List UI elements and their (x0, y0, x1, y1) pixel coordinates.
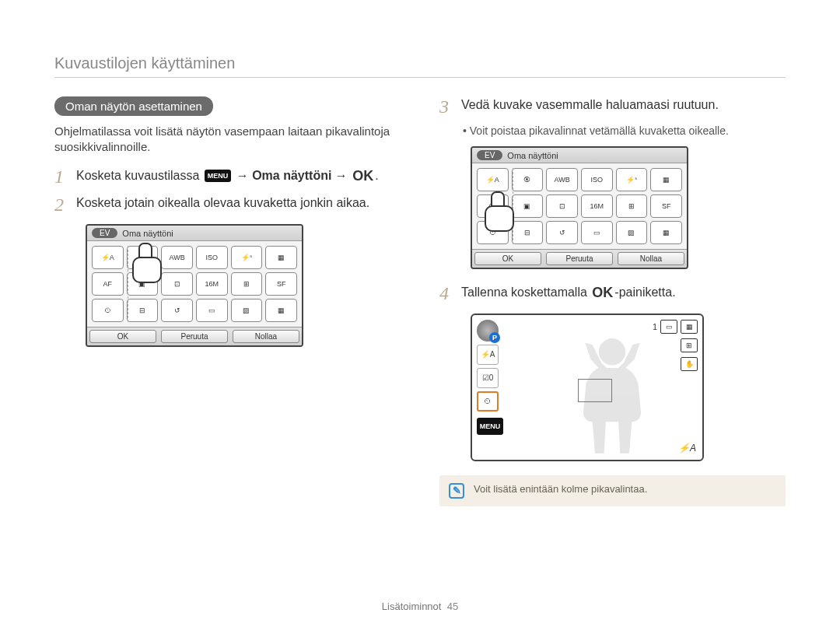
screenshot-drag: EV Oma näyttöni ⚡A ⦿ AWB ISO ⚡ˢ ▦ AF ▣ ⊡… (471, 146, 688, 269)
screenshot-long-press: EV Oma näyttöni ⚡A ⦿ AWB ISO ⚡ˢ ▦ AF ▣ ⊡… (86, 224, 303, 347)
mode-dial-icon[interactable]: P (477, 320, 499, 342)
grid-icon[interactable]: AWB (161, 246, 193, 269)
ois-icon: ✋ (681, 357, 698, 371)
grid-icon[interactable]: ▭ (581, 221, 613, 244)
grid-icon[interactable]: ⚡A (477, 168, 509, 191)
menu-button[interactable]: MENU (477, 418, 503, 435)
step-4-text: Tallenna koskettamalla OK-painiketta. (461, 283, 676, 303)
ev-badge: EV (477, 150, 502, 160)
grid-icon[interactable]: ▦ (265, 299, 297, 322)
grid-icon[interactable]: 16M (581, 194, 613, 218)
grid-icon[interactable]: ▣ (127, 272, 159, 296)
screen-title: Oma näyttöni (122, 226, 302, 240)
ok-button[interactable]: OK (474, 252, 541, 265)
shortcut-slot[interactable]: ⚡A (477, 345, 499, 365)
step-number: 4 (439, 283, 453, 303)
battery-icon: ▦ (681, 320, 698, 334)
note-box: ✎ Voit lisätä enintään kolme pikavalinta… (439, 475, 786, 506)
grid-icon[interactable]: ISO (581, 168, 613, 191)
step-2: 2 Kosketa jotain oikealla olevaa kuvaket… (54, 194, 401, 215)
step-3: 3 Vedä kuvake vasemmalle haluamaasi ruut… (439, 96, 786, 117)
grid-icon[interactable]: ⊞ (231, 272, 263, 296)
shortcut-slot-selected[interactable]: ⏲ (477, 391, 499, 412)
arrow-icon: → (236, 168, 249, 181)
grid-icon[interactable]: AF (92, 272, 124, 296)
grid-icon[interactable]: 16M (196, 272, 228, 296)
reset-button[interactable]: Nollaa (618, 252, 684, 265)
intro-text: Ohjelmatilassa voit lisätä näytön vasemp… (54, 124, 401, 156)
step-4-post: -painiketta. (614, 285, 675, 299)
screen-title: Oma näyttöni (507, 148, 687, 163)
grid-icon[interactable]: ▦ (265, 246, 297, 269)
grid-icon[interactable]: ⏲ (477, 221, 509, 244)
step-3-text: Vedä kuvake vasemmalle haluamaasi ruutuu… (461, 96, 719, 114)
section-heading: Oman näytön asettaminen (54, 96, 213, 116)
note-text: Voit lisätä enintään kolme pikavalintaa. (474, 483, 647, 495)
grid-icon[interactable]: ⊡ (546, 194, 578, 218)
page-number: 45 (447, 601, 458, 612)
grid-icon[interactable]: ▦ (650, 168, 682, 191)
grid-icon[interactable]: AF (477, 194, 509, 218)
step-4: 4 Tallenna koskettamalla OK-painiketta. (439, 283, 786, 303)
note-icon: ✎ (449, 483, 464, 499)
grid-icon[interactable]: ⊟ (127, 299, 159, 322)
mode-p-badge: P (489, 332, 500, 343)
step-number: 3 (439, 96, 453, 117)
focus-frame (578, 379, 612, 402)
grid-icon[interactable]: SF (265, 272, 297, 296)
page-footer: Lisätoiminnot 45 (0, 601, 840, 612)
grid-icon[interactable]: ⚡ˢ (616, 168, 648, 191)
step-number: 2 (54, 194, 68, 215)
breadcrumb: Kuvaustilojen käyttäminen (54, 54, 786, 78)
grid-icon[interactable]: ▭ (196, 299, 228, 322)
grid-icon[interactable]: ▦ (650, 221, 682, 244)
step-1-pre: Kosketa kuvaustilassa (76, 168, 203, 181)
ok-icon: OK (352, 166, 373, 186)
grid-icon[interactable]: ⦿ (512, 168, 544, 191)
reset-button[interactable]: Nollaa (233, 330, 299, 343)
grid-icon[interactable]: ⊟ (512, 221, 544, 244)
grid-icon[interactable]: AWB (546, 168, 578, 191)
flash-indicator: ⚡A (678, 443, 696, 454)
icon-grid: ⚡A ⦿ AWB ISO ⚡ˢ ▦ AF ▣ ⊡ 16M ⊞ SF ⏲ ⊟ ↺ … (87, 241, 302, 327)
ok-button[interactable]: OK (89, 330, 156, 343)
ok-icon: OK (592, 283, 613, 303)
step-3-sub: Voit poistaa pikavalinnat vetämällä kuva… (463, 124, 786, 137)
status-icon: ⊞ (681, 338, 698, 352)
arrow-icon: → (335, 168, 348, 181)
screenshot-live-view: P ⚡A ☑0 ⏲ MENU 1 ▭ ▦ ⊞ ✋ ⚡A (471, 313, 704, 461)
step-number: 1 (54, 166, 68, 187)
step-1-post: . (375, 168, 378, 181)
step-1-bold: Oma näyttöni (252, 168, 331, 181)
step-4-pre: Tallenna koskettamalla (461, 285, 590, 299)
step-1-text: Kosketa kuvaustilassa MENU → Oma näyttön… (76, 166, 379, 186)
grid-icon[interactable]: ⊡ (161, 272, 193, 296)
right-column: 3 Vedä kuvake vasemmalle haluamaasi ruut… (439, 96, 786, 506)
left-column: Oman näytön asettaminen Ohjelmatilassa v… (54, 96, 401, 506)
step-1: 1 Kosketa kuvaustilassa MENU → Oma näytt… (54, 166, 401, 187)
footer-label: Lisätoiminnot (382, 601, 442, 612)
step-2-text: Kosketa jotain oikealla olevaa kuvaketta… (76, 194, 369, 212)
grid-icon[interactable]: ↺ (161, 299, 193, 322)
grid-icon[interactable]: ▨ (616, 221, 648, 244)
grid-icon[interactable]: ⦿ (127, 246, 159, 269)
grid-icon[interactable]: ⏲ (92, 299, 124, 322)
grid-icon[interactable]: ⚡A (92, 246, 124, 269)
shortcut-slot[interactable]: ☑0 (477, 368, 499, 388)
icon-grid: ⚡A ⦿ AWB ISO ⚡ˢ ▦ AF ▣ ⊡ 16M ⊞ SF ⏲ ⊟ ↺ … (472, 163, 687, 249)
grid-icon[interactable]: ISO (196, 246, 228, 269)
cancel-button[interactable]: Peruuta (161, 330, 228, 343)
menu-icon: MENU (205, 170, 232, 182)
grid-icon[interactable]: ▣ (512, 194, 544, 218)
ev-badge: EV (92, 228, 117, 238)
grid-icon[interactable]: SF (650, 194, 682, 218)
memory-icon: ▭ (660, 320, 677, 334)
cancel-button[interactable]: Peruuta (546, 252, 613, 265)
shots-remaining: 1 (653, 322, 657, 331)
grid-icon[interactable]: ▨ (231, 299, 263, 322)
grid-icon[interactable]: ⊞ (616, 194, 648, 218)
grid-icon[interactable]: ↺ (546, 221, 578, 244)
grid-icon[interactable]: ⚡ˢ (231, 246, 263, 269)
